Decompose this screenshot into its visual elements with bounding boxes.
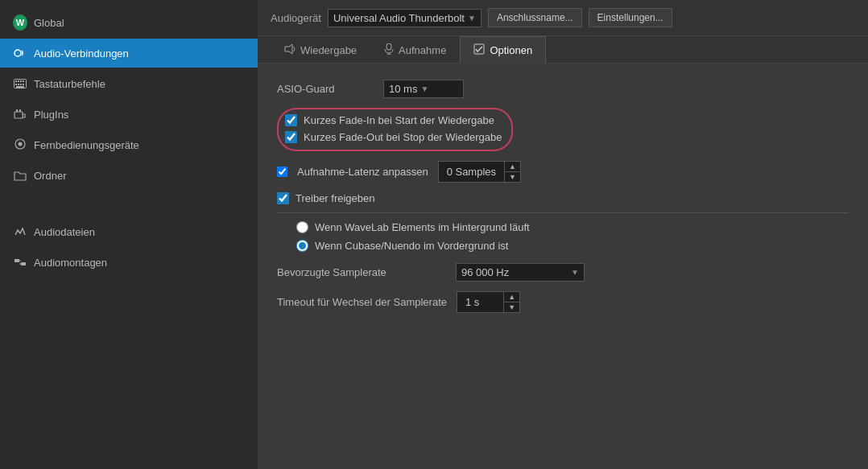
fade-out-row: Kurzes Fade-Out bei Stop der Wiedergabe (285, 131, 502, 143)
timeout-spin-arrows[interactable]: ▲ ▼ (503, 292, 519, 312)
radio-hintergrund[interactable] (296, 221, 308, 233)
svg-marker-18 (285, 44, 292, 54)
sidebar-gap (0, 191, 258, 216)
treiber-row: Treiber freigeben (277, 192, 849, 204)
timeout-label: Timeout für Wechsel der Samplerate (277, 296, 447, 308)
sidebar-item-label: Audio-Verbindungen (34, 47, 129, 60)
tab-aufnahme[interactable]: Aufnahme (370, 36, 460, 64)
fade-out-label[interactable]: Kurzes Fade-Out bei Stop der Wiedergabe (304, 131, 502, 143)
timeout-value: 1 s (457, 294, 503, 311)
latenz-up-arrow[interactable]: ▲ (505, 162, 520, 171)
dropdown-arrow-icon: ▼ (468, 14, 476, 23)
svg-rect-16 (14, 259, 19, 262)
sidebar-item-plugins[interactable]: PlugIns (0, 100, 258, 129)
audiodateien-icon (13, 224, 27, 239)
fade-in-checkbox[interactable] (285, 114, 297, 126)
timeout-spinbox[interactable]: 1 s ▲ ▼ (457, 291, 520, 313)
latenz-down-arrow[interactable]: ▼ (505, 171, 520, 182)
tab-label: Aufnahme (399, 44, 446, 56)
fade-in-label[interactable]: Kurzes Fade-In bei Start der Wiedergabe (304, 114, 494, 126)
radio-vordergrund-row: Wenn Cubase/Nuendo im Vordergrund ist (277, 240, 849, 252)
sidebar-item-label: Ordner (34, 170, 66, 182)
fade-out-checkbox[interactable] (285, 131, 297, 143)
main-panel: Audiogerät Universal Audio Thunderbolt ▼… (258, 0, 868, 469)
samplerate-value: 96 000 Hz (461, 266, 509, 278)
audiomontagen-icon (13, 255, 27, 269)
mic-icon (384, 43, 394, 57)
header-bar: Audiogerät Universal Audio Thunderbolt ▼… (258, 0, 868, 36)
device-name: Universal Audio Thunderbolt (333, 12, 465, 24)
remote-icon (13, 138, 27, 152)
samplerate-row: Bevorzugte Samplerate 96 000 Hz ▼ (277, 263, 849, 282)
asio-dropdown-arrow-icon: ▼ (420, 84, 428, 93)
latenz-spinbox[interactable]: 0 Samples ▲ ▼ (438, 161, 521, 183)
latenz-value: 0 Samples (439, 163, 504, 180)
plugin-icon (13, 107, 27, 121)
fade-in-row: Kurzes Fade-In bei Start der Wiedergabe (285, 114, 502, 126)
radio-hintergrund-row: Wenn WaveLab Elements im Hintergrund läu… (277, 221, 849, 233)
options-icon (473, 43, 485, 57)
sidebar-item-label: PlugIns (34, 109, 68, 121)
anschlussname-button[interactable]: Anschlussname... (488, 8, 582, 27)
samplerate-label: Bevorzugte Samplerate (277, 266, 446, 278)
latenz-checkbox[interactable] (277, 167, 287, 177)
svg-rect-5 (23, 80, 24, 82)
asio-guard-select[interactable]: 10 ms ▼ (383, 80, 464, 98)
sidebar-item-label: Global (34, 17, 64, 29)
keyboard-icon (13, 76, 27, 91)
svg-rect-9 (23, 84, 24, 85)
radio-hintergrund-label[interactable]: Wenn WaveLab Elements im Hintergrund läu… (315, 221, 530, 233)
sidebar-item-fernbedienung[interactable]: Fernbedienungsgeräte (0, 130, 258, 159)
sidebar-item-label: Audiomontagen (34, 257, 107, 269)
sidebar-item-tastaturbefehle[interactable]: Tastaturbefehle (0, 69, 258, 98)
content-area: ASIO-Guard 10 ms ▼ Kurzes Fade-In bei St… (258, 64, 868, 469)
treiber-label[interactable]: Treiber freigeben (296, 192, 375, 204)
svg-rect-17 (21, 262, 26, 265)
svg-rect-10 (16, 86, 24, 88)
tab-bar: Wiedergabe Aufnahme Optionen (258, 36, 868, 64)
audio-icon (13, 46, 27, 60)
svg-rect-8 (20, 84, 22, 85)
sidebar-item-audiodateien[interactable]: Audiodateien (0, 217, 258, 246)
sidebar-item-audiomontagen[interactable]: Audiomontagen (0, 248, 258, 277)
timeout-down-arrow[interactable]: ▼ (504, 302, 519, 312)
sidebar-item-label: Tastaturbefehle (34, 78, 105, 90)
folder-icon (13, 168, 27, 183)
tab-optionen[interactable]: Optionen (460, 36, 546, 64)
svg-point-0 (14, 50, 21, 56)
w-logo-icon: W (13, 15, 27, 30)
svg-rect-11 (14, 112, 23, 118)
sidebar-item-audio-verbindungen[interactable]: Audio-Verbindungen (0, 39, 258, 68)
svg-rect-4 (20, 80, 22, 82)
tab-label: Wiedergabe (300, 44, 357, 56)
tab-wiedergabe[interactable]: Wiedergabe (271, 36, 370, 64)
radio-vordergrund[interactable] (296, 240, 308, 252)
device-select[interactable]: Universal Audio Thunderbolt ▼ (328, 9, 482, 27)
treiber-checkbox[interactable] (277, 192, 289, 204)
radio-vordergrund-label[interactable]: Wenn Cubase/Nuendo im Vordergrund ist (315, 240, 508, 252)
latenz-label[interactable]: Aufnahme-Latenz anpassen (297, 166, 428, 178)
samplerate-dropdown-arrow-icon: ▼ (571, 268, 579, 277)
sidebar-item-label: Audiodateien (34, 226, 95, 238)
latenz-spin-arrows[interactable]: ▲ ▼ (504, 162, 520, 182)
svg-point-15 (19, 142, 23, 146)
sidebar-item-ordner[interactable]: Ordner (0, 161, 258, 190)
timeout-row: Timeout für Wechsel der Samplerate 1 s ▲… (277, 291, 849, 313)
svg-rect-2 (15, 80, 17, 82)
svg-rect-7 (18, 84, 19, 85)
audiogeraet-label: Audiogerät (271, 12, 321, 24)
einstellungen-button[interactable]: Einstellungen... (589, 8, 672, 27)
separator (277, 212, 849, 213)
sidebar-item-global[interactable]: W Global (0, 8, 258, 37)
tab-label: Optionen (490, 44, 532, 56)
samplerate-select[interactable]: 96 000 Hz ▼ (456, 263, 585, 282)
speaker-icon (284, 43, 296, 57)
svg-rect-13 (19, 109, 21, 112)
fade-options-group: Kurzes Fade-In bei Start der Wiedergabe … (277, 108, 513, 151)
svg-rect-6 (15, 84, 17, 85)
sidebar-item-label: Fernbedienungsgeräte (34, 139, 139, 151)
svg-rect-19 (386, 43, 391, 50)
asio-guard-value: 10 ms (389, 83, 417, 95)
svg-rect-12 (16, 109, 18, 112)
timeout-up-arrow[interactable]: ▲ (504, 292, 519, 302)
